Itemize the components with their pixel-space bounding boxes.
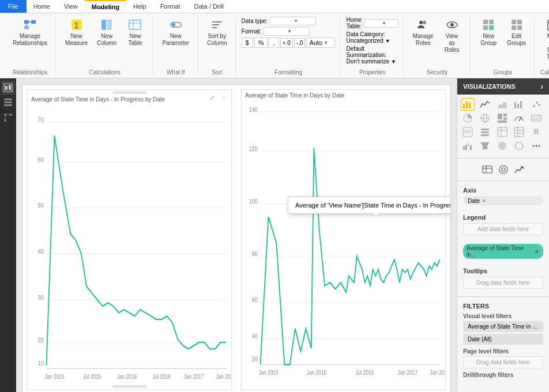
svg-point-127 <box>533 145 535 147</box>
chart-more-icon[interactable]: ··· <box>219 92 229 103</box>
svg-rect-1 <box>31 20 36 24</box>
chart-panel-2[interactable]: Average of 'View Name'[State Time in Day… <box>241 89 446 390</box>
chart-expand-icon[interactable]: ⤢ <box>207 92 217 103</box>
svg-point-44 <box>10 114 12 116</box>
filter-item-1[interactable]: Average of State Time in … <box>463 321 543 332</box>
visualizations-header: VISUALIZATIONS › <box>457 78 549 95</box>
chart1-title: Average of State Time in Days - In Progr… <box>28 94 231 103</box>
edit-groups-button[interactable]: EditGroups <box>503 16 529 49</box>
whatif-group-label: What If <box>159 67 193 76</box>
increase-decimals-button[interactable]: +.0 <box>280 38 293 48</box>
svg-point-17 <box>419 21 423 24</box>
viz-icon-pie[interactable] <box>461 112 475 125</box>
parameter-icon <box>169 18 183 32</box>
viz-icon-table[interactable] <box>495 126 509 138</box>
tab-modeling[interactable]: Modeling <box>85 0 126 13</box>
viz-icon-funnel[interactable] <box>478 140 492 152</box>
new-group-icon <box>482 18 495 32</box>
sort-icon <box>210 18 224 32</box>
column-icon <box>100 18 114 32</box>
new-column-button[interactable]: NewColumn <box>93 16 120 49</box>
mark-as-date-table-button[interactable]: Mark asDate Table <box>540 16 549 63</box>
svg-rect-101 <box>498 114 502 119</box>
percent-button[interactable]: % <box>254 37 268 48</box>
svg-rect-88 <box>466 101 468 108</box>
svg-text:Jul 2016: Jul 2016 <box>152 374 171 380</box>
viz-icon-map[interactable] <box>478 112 492 125</box>
format-dropdown[interactable]: ▼ <box>264 27 310 36</box>
relationships-icon <box>23 18 37 32</box>
new-group-button[interactable]: NewGroup <box>476 16 501 49</box>
new-table-label: NewTable <box>128 33 142 47</box>
group-security: ManageRoles View asRoles Security <box>405 16 470 76</box>
viz-icon-shape-map[interactable] <box>512 140 526 152</box>
svg-rect-91 <box>514 102 516 108</box>
svg-text:20: 20 <box>252 356 258 363</box>
svg-rect-102 <box>503 114 507 116</box>
page-level-drop-zone[interactable]: Drag data fields here <box>463 356 543 368</box>
values-field-chip[interactable]: Average of State Time in… × <box>463 244 543 259</box>
viz-icon-card[interactable]: 123 <box>529 112 543 125</box>
group-calendars: Mark asDate Table Calendars <box>536 16 549 76</box>
viz-icon-gauge[interactable] <box>512 112 526 125</box>
sort-by-column-label: Sort byColumn <box>207 33 227 47</box>
viz-icon-slicer[interactable] <box>478 126 492 138</box>
chart-panel-1[interactable]: ⤢ ··· Average of State Time in Days - In… <box>27 89 232 390</box>
axis-field-chip[interactable]: Date × <box>463 196 543 205</box>
home-table-dropdown[interactable]: ▼ <box>364 19 398 28</box>
viz-fields-icon[interactable] <box>480 163 494 176</box>
formatting-group-label: Formatting <box>242 67 336 76</box>
viz-icon-kpi[interactable]: KPI <box>461 126 475 138</box>
tab-data-drill[interactable]: Data / Drill <box>187 0 230 13</box>
viz-format-icon[interactable] <box>497 163 510 176</box>
viz-icon-stacked-bar[interactable] <box>512 98 526 111</box>
auto-dropdown[interactable]: Auto▼ <box>306 37 335 48</box>
manage-relationships-button[interactable]: ManageRelationships <box>9 16 51 49</box>
axis-field-close[interactable]: × <box>482 197 486 204</box>
svg-text:10: 10 <box>38 360 44 367</box>
decrease-decimals-button[interactable]: -.0 <box>294 38 306 48</box>
tab-file[interactable]: File <box>0 0 27 13</box>
viz-icon-line-chart[interactable] <box>478 98 492 111</box>
tooltips-label: Tooltips <box>463 267 543 274</box>
svg-point-135 <box>521 166 523 168</box>
tab-view[interactable]: View <box>57 0 85 13</box>
comma-button[interactable]: , <box>269 37 279 48</box>
sort-by-column-button[interactable]: Sort byColumn <box>204 16 230 49</box>
tooltips-drop-zone[interactable]: Drag data fields here <box>463 277 543 289</box>
viz-icon-more[interactable] <box>529 140 543 152</box>
manage-roles-button[interactable]: ManageRoles <box>409 16 437 49</box>
tab-home[interactable]: Home <box>27 0 57 13</box>
home-table-label: Home Table: <box>346 17 362 29</box>
sidebar-report-icon[interactable] <box>1 81 15 95</box>
viz-icon-matrix[interactable] <box>512 126 526 138</box>
viz-icon-scatter[interactable] <box>529 98 543 111</box>
svg-rect-23 <box>483 25 488 30</box>
viz-icon-r-script[interactable]: R <box>529 126 543 138</box>
currency-button[interactable]: $ <box>242 37 253 48</box>
viz-icon-bar-chart[interactable] <box>461 98 475 111</box>
filter-item-2[interactable]: Date (All) <box>463 334 543 345</box>
viz-icon-area-chart[interactable] <box>495 98 509 111</box>
left-sidebar <box>0 78 16 392</box>
svg-text:Jan 2015: Jan 2015 <box>258 370 278 376</box>
svg-rect-116 <box>514 127 524 137</box>
values-field-close[interactable]: × <box>535 248 539 255</box>
tab-format[interactable]: Format <box>153 0 187 13</box>
viz-icon-filled-map[interactable] <box>495 140 509 152</box>
svg-rect-92 <box>517 104 519 108</box>
data-type-dropdown[interactable]: ▼ <box>270 17 316 25</box>
sidebar-data-icon[interactable] <box>1 96 15 110</box>
legend-drop-zone[interactable]: Add data fields here <box>463 223 543 235</box>
viz-analytics-icon[interactable] <box>513 163 527 176</box>
expand-panel-icon[interactable]: › <box>540 82 543 91</box>
axis-label: Axis <box>463 187 543 194</box>
viz-icon-waterfall[interactable] <box>461 140 475 152</box>
new-measure-button[interactable]: ∑ NewMeasure <box>62 16 91 49</box>
viz-icon-treemap[interactable] <box>495 112 509 125</box>
new-parameter-button[interactable]: NewParameter <box>159 16 193 49</box>
tab-help[interactable]: Help <box>126 0 153 13</box>
sidebar-relationships-icon[interactable] <box>1 111 15 125</box>
new-table-button[interactable]: NewTable <box>122 16 148 49</box>
view-as-roles-button[interactable]: View asRoles <box>439 16 465 56</box>
